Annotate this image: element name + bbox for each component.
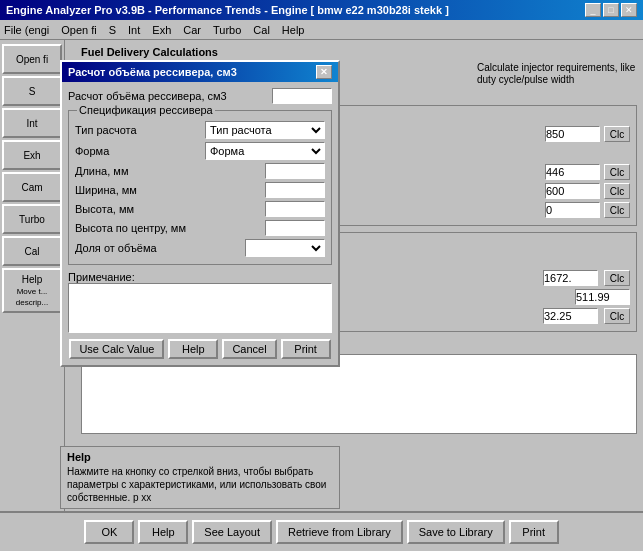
menu-file[interactable]: File (engi [4,24,49,36]
menu-turbo[interactable]: Turbo [213,24,241,36]
volume-fraction-select[interactable] [245,239,325,257]
purge-clc-button[interactable]: Clc [604,126,630,142]
sidebar-turbo[interactable]: Turbo [2,204,62,234]
shape-select[interactable]: Форма [205,142,325,160]
menu-s[interactable]: S [109,24,116,36]
volume-clc-button[interactable]: Clc [604,270,630,286]
spec-groupbox: Спецификация рессивера Тип расчота Тип р… [68,110,332,265]
throttle-input-field[interactable] [545,202,600,218]
dialog-help-button[interactable]: Help [168,339,218,359]
calc-input[interactable] [272,88,332,104]
see-layout-button[interactable]: See Layout [192,520,272,544]
sidebar-open[interactable]: Open fi [2,44,62,74]
air-clc-button[interactable]: Clc [604,164,630,180]
title-bar: Engine Analyzer Pro v3.9B - Performance … [0,0,643,20]
save-library-button[interactable]: Save to Library [407,520,505,544]
help-box-text: Нажмите на кнопку со стрелкой вниз, чтоб… [67,465,333,504]
air-input[interactable] [545,164,600,180]
use-calc-button[interactable]: Use Calc Value [69,339,164,359]
sidebar-s[interactable]: S [2,76,62,106]
length-label: Длина, мм [75,165,261,177]
fuel-description: Calculate injector requirements, like du… [477,62,637,86]
groupbox-title: Спецификация рессивера [77,104,215,116]
sidebar: Open fi S Int Exh Cam Turbo Cal HelpMove… [0,40,65,551]
menu-bar: File (engi Open fi S Int Exh Car Turbo C… [0,20,643,40]
throttle-area-clc-button[interactable]: Clc [604,308,630,324]
height-input[interactable] [265,201,325,217]
volume-fraction-label: Доля от объёма [75,242,241,254]
maf-input[interactable] [545,183,600,199]
maximize-button[interactable]: □ [603,3,619,17]
window-controls: _ □ ✕ [585,3,637,17]
calc-label: Расчот объёма рессивера, см3 [68,90,268,102]
type-label: Тип расчота [75,124,201,136]
dialog-close-button[interactable]: ✕ [316,65,332,79]
maf-clc-button[interactable]: Clc [604,183,630,199]
help-box: Help Нажмите на кнопку со стрелкой вниз,… [60,446,340,509]
note-label: Примечание: [68,271,332,283]
dialog-print-button[interactable]: Print [281,339,331,359]
retrieve-button[interactable]: Retrieve from Library [276,520,403,544]
fuel-delivery-title: Fuel Delivery Calculations [81,46,637,58]
print-button[interactable]: Print [509,520,559,544]
help-box-title: Help [67,451,333,463]
length-input[interactable] [265,163,325,179]
shape-label: Форма [75,145,201,157]
throttle-clc-button[interactable]: Clc [604,202,630,218]
bottom-bar: OK Help See Layout Retrieve from Library… [0,511,643,551]
dialog-title-text: Расчот объёма рессивера, см3 [68,66,237,78]
center-height-label: Высота по центру, мм [75,222,261,234]
sidebar-help[interactable]: HelpMove t...descrip... [2,268,62,313]
width-input[interactable] [265,182,325,198]
calc-dialog: Расчот объёма рессивера, см3 ✕ Расчот об… [60,60,340,367]
volume-input[interactable] [543,270,598,286]
sidebar-cal[interactable]: Cal [2,236,62,266]
type-select[interactable]: Тип расчота [205,121,325,139]
dialog-cancel-button[interactable]: Cancel [222,339,276,359]
menu-int[interactable]: Int [128,24,140,36]
close-button[interactable]: ✕ [621,3,637,17]
sidebar-cam[interactable]: Cam [2,172,62,202]
menu-open[interactable]: Open fi [61,24,96,36]
throttle-area-input[interactable] [543,308,598,324]
menu-help[interactable]: Help [282,24,305,36]
menu-cal[interactable]: Cal [253,24,270,36]
minimize-button[interactable]: _ [585,3,601,17]
ok-button[interactable]: OK [84,520,134,544]
height-label: Высота, мм [75,203,261,215]
menu-exh[interactable]: Exh [152,24,171,36]
center-height-input[interactable] [265,220,325,236]
menu-car[interactable]: Car [183,24,201,36]
purge-input[interactable] [545,126,600,142]
window-title: Engine Analyzer Pro v3.9B - Performance … [6,4,449,16]
sidebar-exh[interactable]: Exh [2,140,62,170]
throttle-length-input[interactable] [575,289,630,305]
width-label: Ширина, мм [75,184,261,196]
note-textarea[interactable] [68,283,332,333]
help-button[interactable]: Help [138,520,188,544]
dialog-title-bar: Расчот объёма рессивера, см3 ✕ [62,62,338,82]
sidebar-int[interactable]: Int [2,108,62,138]
